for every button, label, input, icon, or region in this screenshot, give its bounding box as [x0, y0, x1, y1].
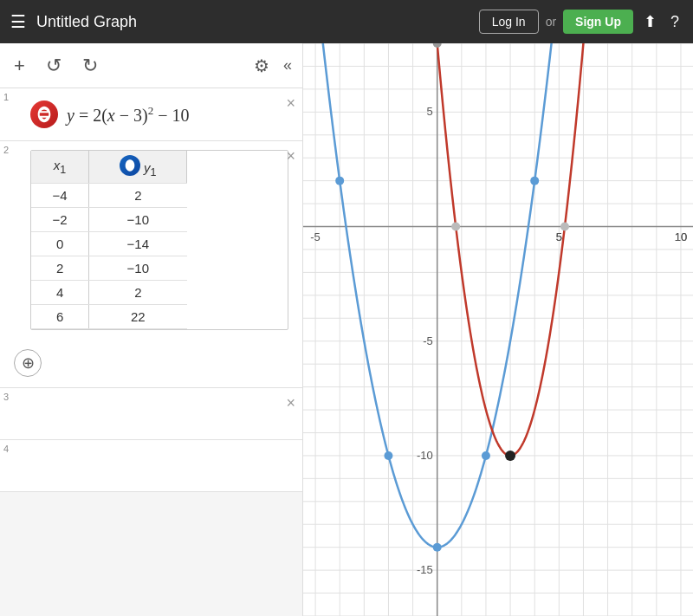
table-expression: x1 y1 — [0, 141, 302, 339]
graph-canvas — [303, 43, 693, 616]
expression-item-3[interactable]: 3 × — [0, 388, 302, 440]
or-text: or — [546, 15, 556, 29]
table-cell-x: 0 — [31, 232, 89, 256]
table-row: 622 — [31, 305, 187, 329]
table-cell-x: 4 — [31, 281, 89, 305]
undo-button[interactable]: ↺ — [42, 51, 65, 81]
hamburger-icon[interactable]: ☰ — [10, 11, 26, 32]
table-row: −42 — [31, 184, 187, 208]
graph-area[interactable]: (3, −10) (0, −14) — [303, 43, 693, 616]
expression-item-4[interactable]: 4 — [0, 440, 302, 492]
table-row: 42 — [31, 281, 187, 305]
desmos-logo-svg — [35, 105, 54, 124]
signup-button[interactable]: Sign Up — [563, 10, 633, 34]
help-icon[interactable]: ? — [667, 10, 683, 35]
settings-button[interactable]: ⚙ — [254, 55, 269, 76]
zoom-area: ⊕ — [0, 339, 302, 387]
table-cell-y: 2 — [89, 281, 187, 305]
expr-number-4: 4 — [3, 444, 9, 454]
table-row: 2−10 — [31, 256, 187, 281]
data-table: x1 y1 — [30, 150, 288, 330]
zoom-in-button[interactable]: ⊕ — [14, 349, 42, 377]
table-cell-y: −10 — [89, 256, 187, 281]
main-area: + ↺ ↻ ⚙ « 1 × y = 2(x − 3)2 − 10 — [0, 43, 693, 616]
redo-button[interactable]: ↻ — [79, 51, 101, 81]
share-icon[interactable]: ⬆ — [640, 9, 660, 35]
table-logo-svg — [123, 159, 137, 172]
close-expr-2-button[interactable]: × — [286, 148, 295, 164]
col-x-header: x1 — [31, 151, 89, 184]
collapse-button[interactable]: « — [283, 56, 292, 75]
expression-item-1: 1 × y = 2(x − 3)2 − 10 — [0, 88, 302, 141]
table-cell-x: −2 — [31, 208, 89, 232]
desmos-icon — [30, 101, 58, 128]
table-cell-y: −14 — [89, 232, 187, 256]
sidebar: + ↺ ↻ ⚙ « 1 × y = 2(x − 3)2 − 10 — [0, 43, 303, 616]
close-expr-1-button[interactable]: × — [286, 95, 295, 111]
table: x1 y1 — [31, 151, 187, 329]
expression-item-2: 2 × x1 — [0, 141, 302, 388]
login-button[interactable]: Log In — [479, 10, 539, 34]
table-cell-y: 22 — [89, 305, 187, 329]
expr-number-3: 3 — [3, 392, 9, 402]
table-cell-x: 2 — [31, 256, 89, 281]
app-title: Untitled Graph — [36, 13, 479, 31]
table-cell-x: −4 — [31, 184, 89, 208]
table-cell-y: 2 — [89, 184, 187, 208]
table-icon — [120, 155, 140, 176]
close-expr-3-button[interactable]: × — [286, 395, 295, 411]
table-cell-x: 6 — [31, 305, 89, 329]
header-actions: Log In or Sign Up ⬆ ? — [479, 9, 683, 35]
expression-toolbar: + ↺ ↻ ⚙ « — [0, 43, 302, 88]
expr-number-1: 1 — [3, 92, 9, 102]
col-y-header: y1 — [89, 151, 187, 184]
table-row: 0−14 — [31, 232, 187, 256]
expr-number-2: 2 — [3, 145, 9, 155]
app-header: ☰ Untitled Graph Log In or Sign Up ⬆ ? — [0, 0, 693, 43]
table-row: −2−10 — [31, 208, 187, 232]
table-cell-y: −10 — [89, 208, 187, 232]
equation-formula: y = 2(x − 3)2 − 10 — [67, 104, 189, 126]
equation-expression[interactable]: y = 2(x − 3)2 − 10 — [0, 88, 302, 140]
add-expression-button[interactable]: + — [10, 51, 29, 81]
